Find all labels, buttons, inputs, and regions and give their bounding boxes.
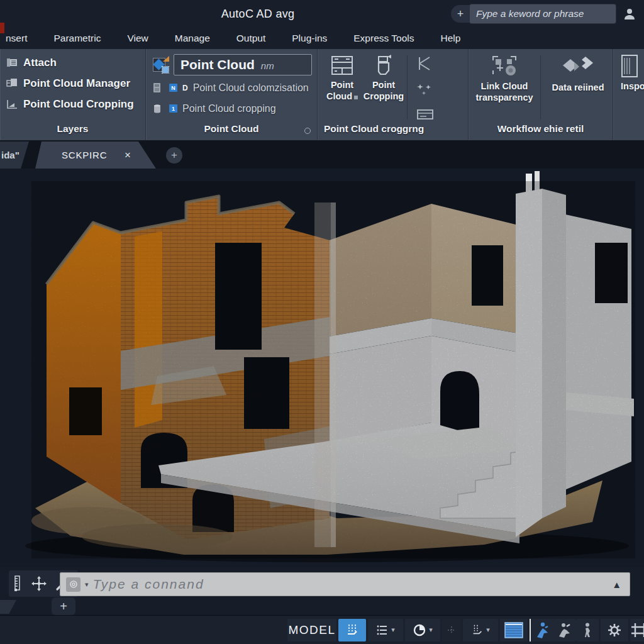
badge-n: N [169, 84, 177, 92]
account-icon[interactable] [621, 6, 638, 22]
tab-partial[interactable]: ida" [0, 142, 29, 169]
dialog-launcher-icon[interactable] [304, 128, 311, 134]
point-cloud-title-box[interactable]: Point Cloud nm [174, 54, 312, 75]
person-wrench-icon [557, 622, 572, 638]
settings-button[interactable] [601, 619, 628, 641]
dim-toggle-button[interactable] [442, 619, 461, 641]
menu-item-insert[interactable]: nsert [0, 33, 40, 44]
search-input[interactable]: Fype a keword or phrase [470, 4, 616, 23]
viewport [0, 169, 644, 567]
command-placeholder: Type a connand [93, 577, 204, 592]
chevron-down-icon[interactable]: ▾ [391, 626, 395, 634]
inspect-button[interactable]: Inspo [621, 52, 644, 92]
badge-1: 1 [169, 104, 177, 113]
attach-icon [6, 57, 18, 69]
ribbon-panel-layers: Attach Point Cloud Manager Point Cloud C… [0, 49, 146, 140]
point-cloud-table-icon [330, 54, 355, 78]
section-plane-icon[interactable] [416, 108, 434, 121]
isolate-objects-button-active[interactable] [531, 619, 553, 641]
drafting-icon-gray [471, 623, 484, 637]
ribbon: Attach Point Cloud Manager Point Cloud C… [0, 49, 644, 142]
workspace-group [530, 619, 599, 641]
extract-lines-icon[interactable] [416, 55, 433, 72]
command-input[interactable]: ▾ Type a connand ▲ [60, 572, 630, 596]
inspect-icon [621, 54, 640, 79]
workflow-panel-label[interactable]: Workflow ehie retil [469, 123, 613, 140]
menu-item-view[interactable]: View [114, 33, 161, 44]
tab-active[interactable]: SCKPIRC × [35, 142, 156, 169]
command-area: ▾ Type a connand ▲ + [0, 567, 644, 615]
point-cloud-cropping-icon [6, 98, 18, 110]
layers-panel-label[interactable]: Layers [0, 123, 145, 140]
drafting-settings-button-active[interactable] [338, 619, 366, 641]
menu-item-manage[interactable]: Manage [162, 33, 223, 44]
end-isolate-button[interactable] [576, 619, 599, 641]
table-icon [504, 622, 523, 638]
point-cloud-colorization-button[interactable]: N D Point Cloud colomzisation [152, 77, 312, 98]
autocad-window: AutoC AD avg + Fype a keword or phrase n… [0, 0, 644, 644]
app-title: AutoC AD avg [221, 8, 295, 21]
menu-item-output[interactable]: Output [223, 33, 279, 44]
cropping-panel-label[interactable]: Point Cloud croggrng [318, 123, 468, 140]
sheet-table-button[interactable] [500, 619, 528, 641]
link-cloud-transparency-button[interactable]: Link Cloudtransparency [471, 52, 538, 123]
drawing-tab-bar: ida" SCKPIRC × + [0, 142, 644, 169]
menu-bar: nsert Parametric View Manage Output Plug… [0, 28, 644, 49]
dynamic-ucs-button[interactable]: ▾ [405, 619, 440, 641]
new-layout-button[interactable]: + [52, 597, 75, 615]
chevron-down-icon[interactable]: ▾ [429, 626, 433, 634]
flag-glyph [354, 96, 358, 99]
layout-tab-corner [0, 600, 16, 614]
customize-move-icon[interactable] [31, 575, 47, 592]
swirl-icon [413, 623, 426, 637]
annotation-scale-button[interactable]: ▾ [463, 619, 498, 641]
command-chevron-icon[interactable]: ▾ [85, 580, 89, 589]
cylinder-icon [152, 103, 164, 114]
menu-item-plugins[interactable]: Plug-ins [279, 33, 340, 44]
crop-display-icon [630, 622, 644, 638]
model-button[interactable]: MODEL [287, 619, 336, 641]
list-settings-icon [376, 624, 389, 636]
ribbon-panel-edge: Inspo [613, 49, 644, 140]
search-add-button[interactable]: + [451, 5, 470, 23]
gear-icon [607, 623, 622, 638]
search-placeholder: Fype a keword or phrase [476, 8, 584, 19]
ribbon-panel-point-cloud-cropping: Point Cloud Point Cropping Point Cloud c… [318, 49, 469, 140]
person-gray-icon [580, 622, 594, 638]
clean-screen-button[interactable] [630, 619, 644, 641]
data-refined-icon [562, 54, 594, 80]
hide-objects-button[interactable] [553, 619, 576, 641]
red-edge-marker [0, 23, 4, 33]
command-history-icon[interactable] [66, 577, 80, 592]
status-bar: MODEL ▾ ▾ ▾ [0, 615, 644, 644]
point-cloud-manager-button[interactable]: Point Cloud Manager [6, 73, 140, 94]
data-refined-button[interactable]: Data reiined [543, 52, 613, 123]
point-cropping-icon [371, 54, 396, 78]
ribbon-panel-workflow: Link Cloudtransparency Data reiined Work… [469, 49, 613, 140]
drafting-icon [345, 623, 359, 637]
point-cropping-big-button[interactable]: Point Cropping [363, 52, 404, 123]
ribbon-panel-point-cloud: Point Cloud nm N D Point Cloud colomzisa… [146, 49, 318, 140]
menu-item-express-tools[interactable]: Express Tools [340, 33, 427, 44]
tab-close-icon[interactable]: × [125, 149, 131, 162]
link-cloud-icon [488, 54, 521, 79]
viewport-canvas[interactable] [0, 169, 644, 567]
point-cloud-cropping-button[interactable]: Point Cloud Cropping [6, 94, 140, 114]
badge-d: D [182, 84, 188, 92]
command-expand-icon[interactable]: ▲ [612, 579, 621, 590]
menu-item-help[interactable]: Help [427, 33, 474, 44]
cabinet-icon [152, 82, 164, 94]
snap-settings-button[interactable]: ▾ [368, 619, 403, 641]
person-blue-icon [535, 622, 550, 638]
sparkles-icon[interactable] [416, 83, 433, 97]
attach-button[interactable]: Attach [6, 52, 140, 73]
chevron-down-icon[interactable]: ▾ [486, 626, 490, 634]
menu-item-parametric[interactable]: Parametric [40, 33, 114, 44]
point-cloud-main-icon[interactable] [152, 56, 170, 74]
point-cloud-cropping-row-button[interactable]: 1 Point Cloud cropping [152, 98, 312, 119]
ruler-icon[interactable] [14, 575, 23, 592]
point-cloud-big-button[interactable]: Point Cloud [321, 52, 363, 123]
point-cloud-panel-label[interactable]: Point Cloud [146, 123, 317, 140]
new-tab-button[interactable]: + [166, 147, 182, 164]
point-cloud-manager-icon [6, 77, 18, 89]
